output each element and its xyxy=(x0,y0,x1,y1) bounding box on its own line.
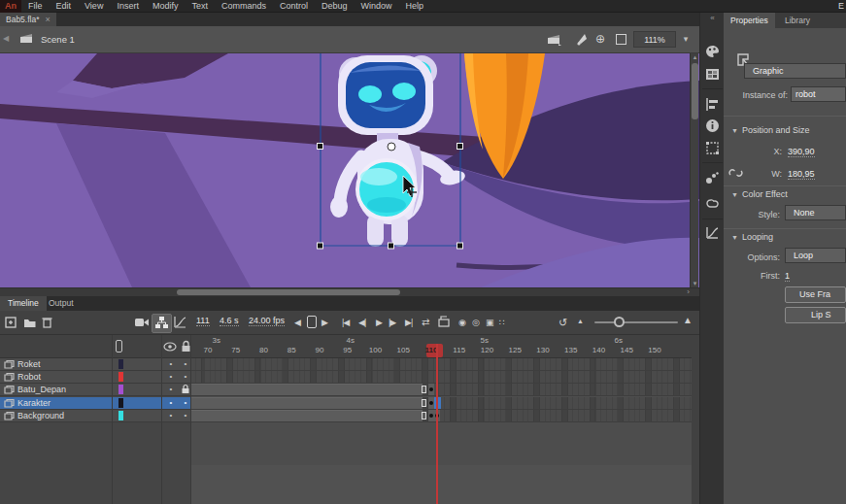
outline-color-column-icon[interactable] xyxy=(116,340,122,353)
camera-icon[interactable] xyxy=(134,315,150,329)
frame-rate-value[interactable]: 24.00 fps xyxy=(249,316,285,326)
onion-skin-outlines-icon[interactable]: ◎ xyxy=(472,315,480,330)
symbol-type-dropdown[interactable]: Graphic xyxy=(744,63,846,79)
play-icon[interactable]: ▶ xyxy=(376,315,383,330)
loop-playback-icon[interactable]: ⇄ xyxy=(422,315,429,330)
stage-canvas[interactable] xyxy=(0,53,699,287)
edit-scene-icon[interactable] xyxy=(547,32,561,46)
layer-row-robot[interactable]: Robot•• xyxy=(0,371,191,384)
tab-properties[interactable]: Properties xyxy=(724,13,775,28)
go-to-last-frame-icon[interactable]: ▶| xyxy=(405,315,412,330)
layer-outline-color[interactable] xyxy=(118,411,123,420)
tab-timeline[interactable]: Timeline xyxy=(0,296,47,311)
cc-libraries-panel-icon[interactable] xyxy=(704,195,721,212)
layer-name[interactable]: Robot xyxy=(17,372,41,382)
layer-visibility-toggle[interactable]: • xyxy=(164,410,178,421)
timeline-scrollbar[interactable] xyxy=(692,335,699,504)
use-frame-picker-button[interactable]: Use Fra xyxy=(785,286,846,303)
w-value[interactable]: 180,95 xyxy=(788,169,815,180)
menu-modify[interactable]: Modify xyxy=(146,0,186,13)
broken-link-icon[interactable] xyxy=(728,166,743,180)
layer-outline-color[interactable] xyxy=(118,385,123,394)
end-frame-marker[interactable] xyxy=(422,412,426,420)
zoom-dropdown-chevron-icon[interactable]: ▾ xyxy=(678,31,694,48)
menu-file[interactable]: File xyxy=(21,0,50,13)
horizontal-scroll-thumb[interactable] xyxy=(177,289,400,295)
layer-name[interactable]: Background xyxy=(17,411,64,420)
marker-range-icon[interactable] xyxy=(437,315,451,329)
scroll-down-icon[interactable]: ▾ xyxy=(691,280,699,287)
close-icon[interactable]: × xyxy=(46,15,51,24)
first-frame-value[interactable]: 1 xyxy=(785,271,790,282)
instance-name-field[interactable]: robot xyxy=(791,86,846,102)
frames-pane[interactable]: 3s4s5s6s 7075808590951001051101151201251… xyxy=(191,335,692,504)
stage-horizontal-scrollbar[interactable]: › xyxy=(0,287,699,296)
menu-insert[interactable]: Insert xyxy=(110,0,146,13)
info-panel-icon[interactable] xyxy=(704,118,721,134)
edit-symbols-icon[interactable] xyxy=(575,32,590,46)
frame-span[interactable] xyxy=(191,410,423,421)
frame-row-background[interactable] xyxy=(191,410,692,422)
frame-span[interactable] xyxy=(191,397,423,409)
swatches-panel-icon[interactable] xyxy=(704,66,721,83)
document-tab[interactable]: Bab5.fla* × xyxy=(0,13,56,26)
keyframe-marker[interactable] xyxy=(428,384,434,395)
tab-output[interactable]: Output xyxy=(41,296,82,311)
frame-size-slider-handle[interactable] xyxy=(614,317,625,327)
frame-row-robot[interactable] xyxy=(191,371,692,384)
layer-visibility-toggle[interactable]: • xyxy=(164,397,178,409)
workspace-label-partial[interactable]: E xyxy=(838,0,844,13)
go-to-first-frame-icon[interactable]: |◀ xyxy=(342,315,349,330)
stage-zoom-value[interactable]: 111% xyxy=(633,31,676,48)
center-stage-icon[interactable]: ⊕ xyxy=(595,32,605,46)
layer-row-roket[interactable]: Roket•• xyxy=(0,358,191,371)
menu-help[interactable]: Help xyxy=(399,0,431,13)
visibility-column-eye-icon[interactable] xyxy=(163,342,177,352)
back-arrow-icon[interactable]: ◀ xyxy=(3,34,9,43)
step-back-one-frame-icon[interactable]: ◀| xyxy=(358,315,365,330)
style-dropdown[interactable]: None xyxy=(785,205,846,220)
color-effect-section-header[interactable]: ▼Color Effect xyxy=(731,189,788,199)
position-size-section-header[interactable]: ▼Position and Size xyxy=(731,125,809,135)
stage-vertical-scrollbar[interactable]: ▴ ▾ xyxy=(690,53,698,287)
layer-visibility-toggle[interactable]: • xyxy=(164,371,178,383)
looping-section-header[interactable]: ▼Looping xyxy=(731,232,773,242)
reset-timeline-zoom-icon[interactable]: ↺ xyxy=(558,315,567,330)
x-value[interactable]: 390,90 xyxy=(788,147,815,157)
frame-size-slider-track[interactable] xyxy=(594,321,678,323)
layer-name[interactable]: Roket xyxy=(17,359,41,369)
playhead[interactable] xyxy=(436,344,438,504)
step-back-icon[interactable]: ◀ xyxy=(294,315,301,330)
layer-row-background[interactable]: Background•• xyxy=(0,410,191,422)
menu-window[interactable]: Window xyxy=(355,0,399,13)
layer-name[interactable]: Batu_Depan xyxy=(17,385,66,394)
layer-name[interactable]: Karakter xyxy=(17,398,51,408)
motion-editor-panel-icon[interactable] xyxy=(704,224,721,241)
scroll-right-icon[interactable]: › xyxy=(687,288,690,296)
menu-commands[interactable]: Commands xyxy=(215,0,273,13)
end-frame-marker[interactable] xyxy=(422,386,426,393)
layer-outline-color[interactable] xyxy=(118,359,123,369)
menu-control[interactable]: Control xyxy=(273,0,315,13)
frame-row-batu_depan[interactable] xyxy=(191,384,692,396)
vertical-scroll-thumb[interactable] xyxy=(692,63,698,119)
menu-view[interactable]: View xyxy=(78,0,110,13)
frame-ruler[interactable]: 3s4s5s6s 7075808590951001051101151201251… xyxy=(191,335,692,358)
step-forward-one-frame-icon[interactable]: |▶ xyxy=(389,315,395,330)
lip-syncing-button[interactable]: Lip S xyxy=(785,307,846,323)
step-forward-icon[interactable]: ▶ xyxy=(321,315,328,330)
transform-panel-icon[interactable] xyxy=(704,140,721,156)
loop-frame-icon[interactable] xyxy=(307,316,317,328)
modify-markers-icon[interactable]: ∷ xyxy=(499,315,505,330)
delete-layer-icon[interactable] xyxy=(41,315,53,329)
layer-visibility-toggle[interactable]: • xyxy=(164,384,178,395)
layer-parenting-button[interactable] xyxy=(152,314,172,333)
zoom-in-frames-icon[interactable]: ▲ xyxy=(683,315,693,325)
layer-visibility-toggle[interactable]: • xyxy=(164,358,178,370)
new-layer-icon[interactable] xyxy=(4,315,17,329)
current-frame-value[interactable]: 111 xyxy=(196,316,210,326)
layer-outline-color[interactable] xyxy=(118,372,123,382)
edit-multiple-frames-icon[interactable]: ▣ xyxy=(486,315,494,330)
layer-row-karakter[interactable]: Karakter•• xyxy=(0,397,191,410)
elapsed-time-value[interactable]: 4.6 s xyxy=(220,316,239,326)
